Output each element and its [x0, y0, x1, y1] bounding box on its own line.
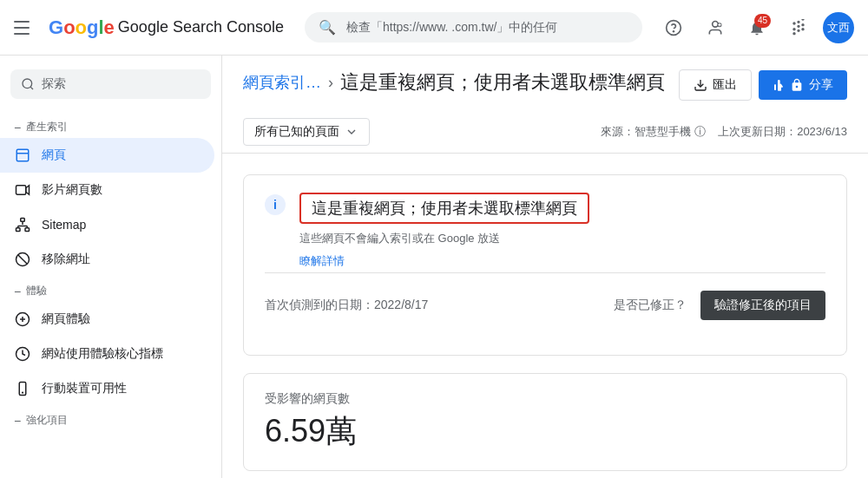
sidebar-item-label: 網站使用體驗核心指標 — [42, 346, 163, 362]
svg-rect-6 — [16, 149, 29, 161]
svg-point-2 — [713, 21, 719, 27]
filter-row: 所有已知的頁面 來源：智慧型手機 ⓘ 上次更新日期：2023/6/13 — [243, 111, 847, 153]
sidebar-item-video[interactable]: 影片網頁數 — [0, 173, 214, 207]
top-bar: G o o g l e Google Search Console 🔍 檢查「h… — [0, 0, 868, 56]
issue-title: 這是重複網頁；使用者未選取標準網頁 — [312, 198, 577, 219]
apps-button[interactable] — [781, 10, 816, 45]
search-text: 檢查「https://www. .com.tw/」中的任何 — [346, 20, 628, 36]
app-container: G o o g l e Google Search Console 🔍 檢查「h… — [0, 0, 868, 478]
section-label-experience: 體驗 — [0, 277, 221, 302]
issue-header: i 這是重複網頁；使用者未選取標準網頁 — [265, 193, 825, 224]
svg-point-4 — [23, 79, 32, 88]
sidebar-item-label: 影片網頁數 — [42, 182, 102, 198]
sidebar-item-label: Sitemap — [42, 218, 86, 232]
breadcrumb-arrow: › — [328, 74, 333, 92]
svg-line-18 — [18, 255, 28, 265]
verify-actions: 是否已修正？ 驗證修正後的項目 — [614, 291, 825, 320]
sidebar-search[interactable]: 探索 — [10, 69, 211, 99]
issue-card: i 這是重複網頁；使用者未選取標準網頁 這些網頁不會編入索引或在 Google … — [243, 174, 847, 356]
search-bar[interactable]: 🔍 檢查「https://www. .com.tw/」中的任何 — [305, 12, 642, 43]
issue-info-icon: i — [265, 194, 286, 215]
share-label: 分享 — [809, 77, 833, 93]
share-button[interactable]: 分享 — [759, 70, 847, 100]
first-detected: 首次偵測到的日期：2022/8/17 — [265, 298, 428, 313]
section-label-enhance: 強化項目 — [0, 406, 221, 431]
breadcrumb-current: 這是重複網頁；使用者未選取標準網頁 — [340, 69, 665, 95]
cwv-icon — [14, 345, 31, 363]
export-label: 匯出 — [713, 77, 737, 93]
webpage-icon — [14, 147, 31, 164]
filter-meta: 來源：智慧型手機 ⓘ 上次更新日期：2023/6/13 — [601, 124, 847, 140]
svg-rect-10 — [21, 219, 25, 222]
sidebar-item-label: 網頁體驗 — [42, 311, 90, 327]
breadcrumb-parent[interactable]: 網頁索引… — [243, 72, 321, 93]
sidebar-item-label: 行動裝置可用性 — [42, 381, 127, 396]
issue-title-box: 這是重複網頁；使用者未選取標準網頁 — [299, 193, 589, 224]
breadcrumb: 網頁索引… › 這是重複網頁；使用者未選取標準網頁 — [243, 69, 665, 95]
verify-row: 首次偵測到的日期：2022/8/17 是否已修正？ 驗證修正後的項目 — [265, 272, 825, 337]
fixed-question: 是否已修正？ — [614, 298, 687, 313]
app-title: Google Search Console — [118, 18, 284, 36]
sidebar-item-sitemap[interactable]: Sitemap — [0, 207, 214, 242]
search-icon: 🔍 — [319, 19, 336, 36]
sitemap-icon — [14, 216, 31, 233]
updated-label: 上次更新日期：2023/6/13 — [718, 125, 847, 138]
google-logo: G o o g l e — [49, 16, 115, 39]
stats-card: 受影響的網頁數 6.59萬 — [243, 373, 847, 471]
sidebar-item-cwv[interactable]: 網站使用體驗核心指標 — [0, 337, 214, 371]
removals-icon — [14, 251, 31, 268]
notifications-button[interactable]: 45 — [740, 10, 774, 45]
content-header: 網頁索引… › 這是重複網頁；使用者未選取標準網頁 匯出 — [222, 56, 868, 154]
avatar[interactable]: 文西 — [823, 12, 854, 43]
sidebar-item-label: 移除網址 — [42, 252, 90, 267]
main-area: 探索 產生索引 網頁 影片網頁數 — [0, 56, 868, 478]
svg-line-5 — [30, 87, 33, 89]
svg-rect-26 — [774, 84, 776, 90]
web-exp-icon — [14, 311, 31, 328]
sidebar-search-placeholder: 探索 — [42, 76, 66, 92]
sidebar-item-mobile[interactable]: 行動裝置可用性 — [0, 371, 214, 406]
filter-label: 所有已知的頁面 — [254, 124, 339, 140]
account-settings-button[interactable] — [698, 10, 733, 45]
mobile-icon — [14, 380, 31, 397]
sidebar-item-webpage[interactable]: 網頁 — [0, 138, 214, 173]
stats-value: 6.59萬 — [265, 410, 825, 453]
section-label-index: 產生索引 — [0, 113, 221, 138]
sidebar: 探索 產生索引 網頁 影片網頁數 — [0, 56, 222, 478]
stats-label: 受影響的網頁數 — [265, 391, 825, 407]
source-label: 來源：智慧型手機 ⓘ — [601, 125, 706, 138]
sidebar-item-web-exp[interactable]: 網頁體驗 — [0, 302, 214, 337]
svg-rect-11 — [16, 228, 21, 232]
sidebar-item-label: 網頁 — [42, 147, 66, 163]
notification-count: 45 — [754, 14, 771, 28]
sidebar-item-removals[interactable]: 移除網址 — [0, 242, 214, 277]
export-button[interactable]: 匯出 — [679, 69, 752, 101]
filter-dropdown[interactable]: 所有已知的頁面 — [243, 118, 370, 146]
issue-subtitle: 這些網頁不會編入索引或在 Google 放送 — [299, 231, 825, 246]
header-actions: 匯出 分享 — [679, 69, 847, 101]
svg-rect-8 — [16, 186, 26, 195]
content-body: i 這是重複網頁；使用者未選取標準網頁 這些網頁不會編入索引或在 Google … — [222, 154, 868, 478]
video-icon — [14, 181, 31, 199]
verify-button[interactable]: 驗證修正後的項目 — [700, 291, 825, 320]
svg-rect-12 — [25, 228, 30, 232]
content-area: 網頁索引… › 這是重複網頁；使用者未選取標準網頁 匯出 — [222, 56, 868, 478]
hamburger-menu[interactable] — [14, 17, 35, 38]
top-bar-actions: 45 文西 — [656, 10, 854, 45]
learn-more-link[interactable]: 瞭解詳情 — [299, 253, 825, 269]
help-button[interactable] — [656, 10, 691, 45]
